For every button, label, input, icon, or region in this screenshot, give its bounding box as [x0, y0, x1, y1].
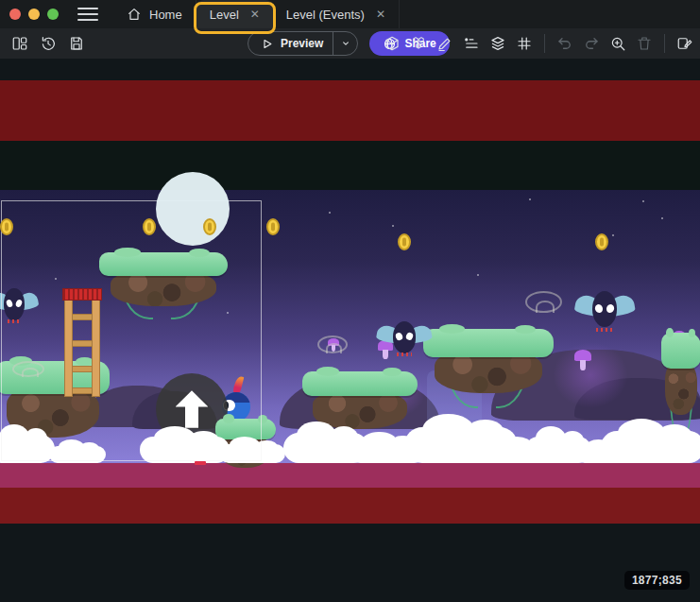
- floating-island[interactable]: [423, 329, 554, 399]
- close-tab-icon[interactable]: ✕: [376, 8, 385, 21]
- bat-enemy[interactable]: [379, 320, 430, 354]
- star: [661, 217, 663, 219]
- edit-pencil-icon[interactable]: [433, 31, 457, 56]
- close-tab-icon[interactable]: ✕: [250, 8, 260, 21]
- cloud: [49, 446, 106, 463]
- titlebar: Home Level ✕ Level (Events) ✕: [0, 0, 700, 28]
- preview-button[interactable]: Preview: [248, 37, 333, 51]
- coin[interactable]: [266, 218, 280, 235]
- star: [612, 234, 614, 236]
- purple-mushroom: [574, 350, 591, 370]
- gdevelop-window: Home Level ✕ Level (Events) ✕ Preview: [0, 0, 700, 602]
- tab-bar: Home Level ✕ Level (Events) ✕: [113, 0, 400, 28]
- layers-icon[interactable]: [486, 31, 510, 56]
- panels-icon[interactable]: [8, 31, 32, 56]
- object-groups-icon[interactable]: [406, 31, 431, 56]
- star: [477, 274, 479, 276]
- checkpoint-marker: [195, 461, 206, 465]
- toolbar-separator: [544, 34, 545, 53]
- preview-dropdown-button[interactable]: [333, 32, 357, 55]
- toolbar-left-group: [8, 31, 89, 56]
- grid-icon[interactable]: [512, 31, 537, 56]
- cursor-coordinates: 1877;835: [624, 571, 690, 590]
- toolbar-separator: [664, 34, 665, 53]
- star: [227, 312, 229, 314]
- moon-light[interactable]: [156, 172, 230, 246]
- ufo-outline: [12, 361, 44, 377]
- preview-label: Preview: [281, 37, 323, 50]
- chevron-down-icon: [339, 37, 352, 50]
- edit-scene-icon[interactable]: [673, 31, 697, 56]
- dark-teal-band: [0, 141, 700, 190]
- close-window-button[interactable]: [9, 9, 21, 20]
- trash-icon[interactable]: [632, 31, 657, 56]
- coin[interactable]: [0, 218, 13, 235]
- coin[interactable]: [398, 233, 411, 250]
- tab-label: Home: [149, 8, 182, 22]
- instances-list-icon[interactable]: [459, 31, 484, 56]
- traffic-lights: [0, 9, 72, 20]
- save-icon[interactable]: [64, 31, 89, 56]
- cloud: [0, 435, 55, 463]
- main-menu-icon[interactable]: [77, 8, 98, 21]
- pink-ground-band: [0, 463, 700, 488]
- star: [392, 225, 394, 227]
- bat-enemy[interactable]: [577, 289, 632, 329]
- tab-home[interactable]: Home: [113, 0, 196, 28]
- home-icon: [127, 7, 142, 22]
- coin[interactable]: [595, 233, 608, 250]
- toolbar-right-group: [380, 31, 697, 56]
- top-red-band: [0, 80, 700, 141]
- coin[interactable]: [203, 218, 216, 235]
- ladder[interactable]: [64, 288, 100, 397]
- tab-label: Level (Events): [286, 8, 365, 22]
- cloud: [601, 431, 700, 463]
- objects-cube-icon[interactable]: [380, 31, 404, 56]
- zoom-in-icon[interactable]: [606, 31, 630, 56]
- coin[interactable]: [143, 218, 156, 235]
- zoom-window-button[interactable]: [47, 9, 59, 20]
- tab-level[interactable]: Level ✕: [196, 0, 273, 28]
- preview-button-group: Preview: [248, 31, 358, 56]
- scene-editor-canvas[interactable]: [0, 59, 700, 602]
- star: [55, 278, 57, 280]
- ufo-outline: [525, 291, 562, 313]
- floating-island[interactable]: [99, 252, 228, 311]
- tab-level-events[interactable]: Level (Events) ✕: [273, 0, 400, 28]
- play-icon: [260, 37, 274, 51]
- bottom-red-band: [0, 488, 700, 524]
- bat-enemy[interactable]: [0, 287, 36, 321]
- star: [329, 212, 331, 214]
- toolbar: Preview Share: [0, 28, 700, 59]
- star: [642, 200, 644, 202]
- floating-island[interactable]: [661, 333, 700, 422]
- undo-icon[interactable]: [553, 31, 577, 56]
- cloud: [219, 444, 285, 463]
- tab-label: Level: [210, 8, 239, 22]
- ufo-outline: [317, 335, 348, 353]
- cloud: [140, 437, 230, 463]
- minimize-window-button[interactable]: [28, 9, 40, 20]
- star: [529, 198, 531, 200]
- redo-icon[interactable]: [579, 31, 604, 56]
- history-icon[interactable]: [36, 31, 60, 56]
